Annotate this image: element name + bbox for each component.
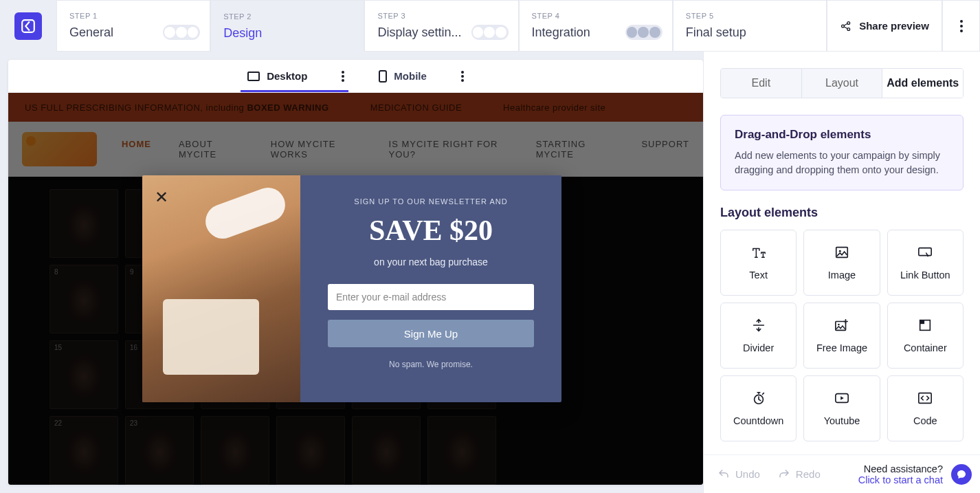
step-display-settings[interactable]: STEP 3 Display settin...	[364, 0, 518, 52]
more-menu-button[interactable]	[942, 0, 980, 52]
popup-content: SIGN UP TO OUR NEWSLETTER AND SAVE $20 o…	[300, 175, 561, 402]
panel-body: Drag-and-Drop elements Add new elements …	[704, 115, 980, 454]
canvas-card: Desktop Mobile 8915162223293031 US FULL …	[8, 60, 703, 485]
tab-desktop[interactable]: Desktop	[247, 70, 307, 82]
share-label: Share preview	[859, 20, 929, 32]
svg-rect-0	[22, 20, 34, 32]
popup-headline[interactable]: SAVE $20	[369, 214, 493, 247]
image-icon	[834, 245, 849, 260]
signup-button[interactable]: Sign Me Up	[328, 320, 534, 347]
status-toggle	[471, 25, 509, 40]
youtube-icon	[834, 391, 849, 406]
step-label: STEP 5	[686, 12, 814, 20]
tab-layout[interactable]: Layout	[802, 69, 883, 98]
element-image[interactable]: Image	[803, 230, 880, 296]
panel-tabs: Edit Layout Add elements	[720, 68, 964, 98]
svg-point-5	[839, 250, 841, 252]
divider-icon	[751, 318, 766, 333]
chat-button[interactable]	[951, 464, 972, 485]
close-icon[interactable]: ✕	[155, 188, 168, 207]
element-code[interactable]: Code	[887, 375, 964, 441]
elements-grid: Text Image Link Button Divider Free Imag…	[720, 230, 964, 441]
element-link-button[interactable]: Link Button	[887, 230, 964, 296]
svg-rect-10	[920, 320, 924, 325]
logo-cell[interactable]	[0, 0, 56, 52]
popup-design[interactable]: ✕ SIGN UP TO OUR NEWSLETTER AND SAVE $20…	[142, 175, 561, 402]
assist-block: Need assistance? Click to start a chat	[858, 463, 943, 485]
desktop-tab-menu[interactable]	[342, 71, 344, 82]
element-label: Code	[913, 415, 937, 426]
undo-label: Undo	[735, 468, 760, 480]
assist-title: Need assistance?	[858, 463, 943, 474]
preview-canvas[interactable]: 8915162223293031 US FULL PRESCRIBING INF…	[8, 93, 703, 485]
status-toggle	[163, 25, 200, 40]
svg-rect-6	[919, 248, 931, 256]
step-label: STEP 3	[377, 12, 505, 20]
mobile-tab-menu[interactable]	[461, 71, 464, 82]
popup-note[interactable]: No spam. We promise.	[389, 360, 473, 369]
element-countdown[interactable]: Countdown	[720, 375, 797, 441]
free-image-icon	[834, 318, 849, 333]
element-youtube[interactable]: Youtube	[803, 375, 880, 441]
more-vertical-icon	[960, 20, 963, 32]
assist-link[interactable]: Click to start a chat	[858, 474, 943, 485]
popup-image[interactable]	[142, 175, 300, 402]
step-label: STEP 4	[532, 12, 660, 20]
svg-point-8	[838, 324, 840, 326]
element-label: Image	[828, 270, 856, 281]
element-divider[interactable]: Divider	[720, 303, 797, 369]
step-label: STEP 1	[69, 12, 197, 20]
link-button-icon	[917, 245, 933, 260]
redo-button[interactable]: Redo	[778, 468, 821, 481]
tab-edit[interactable]: Edit	[721, 69, 802, 98]
arrow-left-icon	[21, 19, 36, 34]
code-icon	[917, 391, 933, 406]
undo-button[interactable]: Undo	[717, 468, 760, 481]
step-final-setup[interactable]: STEP 5 Final setup	[673, 0, 827, 52]
app-logo	[14, 12, 42, 40]
status-toggle	[625, 25, 662, 40]
element-text[interactable]: Text	[720, 230, 797, 296]
element-label: Text	[749, 270, 768, 281]
email-field[interactable]	[328, 284, 534, 310]
info-title: Drag-and-Drop elements	[735, 128, 949, 142]
share-preview-button[interactable]: Share preview	[827, 0, 942, 52]
section-title: Layout elements	[720, 206, 964, 220]
element-label: Link Button	[900, 270, 950, 281]
chat-icon	[956, 469, 967, 480]
desktop-icon	[247, 72, 260, 81]
container-icon	[917, 318, 933, 333]
tab-mobile[interactable]: Mobile	[379, 70, 427, 83]
text-icon	[751, 245, 766, 260]
element-label: Container	[904, 342, 947, 353]
step-bar: STEP 1 General STEP 2 Design STEP 3 Disp…	[0, 0, 980, 52]
side-panel: Edit Layout Add elements Drag-and-Drop e…	[703, 52, 980, 493]
element-container[interactable]: Container	[887, 303, 964, 369]
element-label: Free Image	[816, 342, 867, 353]
element-label: Divider	[743, 342, 774, 353]
step-design[interactable]: STEP 2 Design	[210, 0, 364, 52]
step-label: STEP 2	[223, 12, 351, 21]
element-free-image[interactable]: Free Image	[803, 303, 880, 369]
svg-rect-4	[836, 248, 848, 258]
info-text: Add new elements to your campaign by sim…	[735, 149, 949, 177]
share-icon	[840, 20, 852, 32]
popup-subtext[interactable]: on your next bag purchase	[374, 256, 488, 267]
redo-icon	[778, 468, 790, 481]
popup-kicker[interactable]: SIGN UP TO OUR NEWSLETTER AND	[354, 197, 507, 206]
undo-icon	[717, 468, 730, 481]
element-label: Countdown	[733, 415, 783, 426]
tab-label: Desktop	[267, 70, 307, 82]
tab-label: Mobile	[394, 70, 427, 82]
step-integration[interactable]: STEP 4 Integration	[519, 0, 673, 52]
countdown-icon	[751, 391, 766, 406]
element-label: Youtube	[824, 415, 860, 426]
mobile-icon	[379, 70, 387, 83]
panel-footer: Undo Redo Need assistance? Click to star…	[704, 454, 980, 493]
main-row: Desktop Mobile 8915162223293031 US FULL …	[0, 52, 980, 493]
canvas-area: Desktop Mobile 8915162223293031 US FULL …	[0, 52, 703, 493]
step-title: Design	[223, 26, 351, 41]
tab-add-elements[interactable]: Add elements	[882, 69, 963, 98]
step-general[interactable]: STEP 1 General	[56, 0, 210, 52]
redo-label: Redo	[796, 468, 821, 480]
